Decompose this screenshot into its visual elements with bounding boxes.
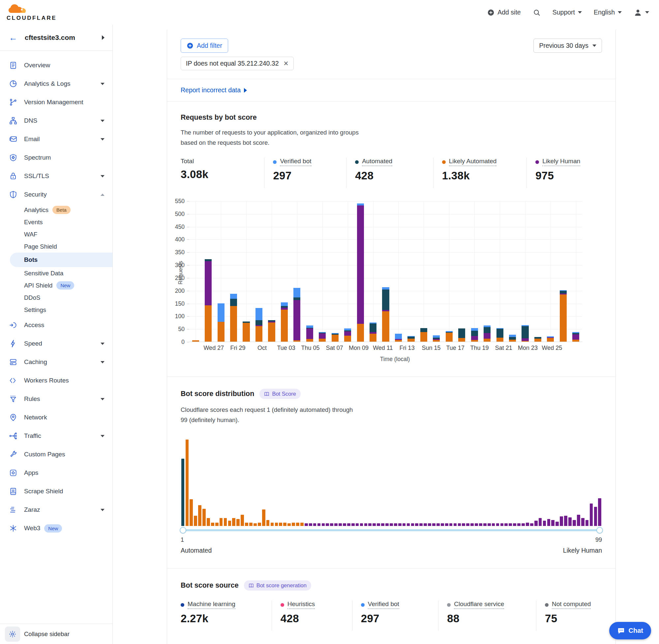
histogram-bar-score-79[interactable]: [513, 523, 516, 526]
histogram-bar-score-25[interactable]: [283, 523, 286, 526]
sidebar-subitem-waf[interactable]: WAF: [0, 228, 112, 240]
histogram-bar-score-52[interactable]: [398, 523, 402, 526]
histogram-bar-score-20[interactable]: [262, 509, 265, 526]
histogram-bar-score-75[interactable]: [496, 523, 499, 526]
slider-track[interactable]: [181, 529, 602, 531]
histogram-bar-score-32[interactable]: [313, 523, 316, 526]
histogram-bar-score-97[interactable]: [590, 504, 593, 526]
histogram-bar-score-95[interactable]: [581, 518, 585, 526]
histogram-bar-score-6[interactable]: [203, 509, 206, 526]
histogram-bar-score-9[interactable]: [215, 523, 218, 526]
sidebar-item-email[interactable]: Email: [0, 130, 112, 148]
bar-slot[interactable]: [240, 201, 253, 342]
bar-slot[interactable]: [379, 201, 392, 342]
histogram-bar-score-62[interactable]: [441, 523, 444, 526]
sidebar-item-dns[interactable]: DNS: [0, 112, 112, 130]
settings-gear-button[interactable]: [5, 626, 20, 642]
bar-slot[interactable]: [557, 201, 569, 342]
report-incorrect-data-link[interactable]: Report incorrect data: [181, 86, 241, 94]
histogram-bar-score-12[interactable]: [228, 521, 231, 526]
histogram-bar-score-64[interactable]: [449, 523, 453, 526]
histogram-bar-score-4[interactable]: [194, 516, 197, 526]
cloudflare-logo[interactable]: CLOUDFLARE: [6, 4, 57, 21]
histogram-bar-score-74[interactable]: [492, 523, 495, 526]
sidebar-subitem-events[interactable]: Events: [0, 216, 112, 228]
sidebar-item-apps[interactable]: Apps: [0, 464, 112, 482]
bar-slot[interactable]: [481, 201, 493, 342]
histogram-bar-score-39[interactable]: [343, 523, 346, 526]
histogram-bar-score-69[interactable]: [470, 523, 474, 526]
histogram-bar-score-47[interactable]: [377, 523, 380, 526]
histogram-bar-score-13[interactable]: [232, 518, 235, 526]
histogram-bar-score-50[interactable]: [390, 523, 393, 526]
bot-score-generation-badge[interactable]: Bot score generation: [244, 580, 311, 591]
histogram-bar-score-11[interactable]: [224, 518, 227, 526]
language-menu[interactable]: English: [594, 8, 622, 16]
histogram-bar-score-8[interactable]: [211, 523, 214, 526]
histogram-bar-score-10[interactable]: [219, 518, 223, 526]
histogram-bar-score-24[interactable]: [279, 523, 282, 526]
sidebar-item-custom-pages[interactable]: Custom Pages: [0, 445, 112, 464]
histogram-bar-score-42[interactable]: [356, 523, 359, 526]
histogram-bar-score-34[interactable]: [322, 523, 325, 526]
sidebar-item-network[interactable]: Network: [0, 408, 112, 427]
histogram-bar-score-93[interactable]: [573, 520, 576, 526]
histogram-bar-score-1[interactable]: [181, 459, 185, 526]
sidebar-subitem-sensitive-data[interactable]: Sensitive Data: [0, 267, 112, 279]
close-icon[interactable]: ✕: [283, 60, 289, 67]
histogram-bar-score-77[interactable]: [504, 523, 508, 526]
histogram-bar-score-92[interactable]: [568, 518, 572, 526]
site-selector[interactable]: ← cftestsite3.com: [0, 25, 112, 51]
bar-slot[interactable]: [570, 201, 582, 342]
histogram-bar-score-33[interactable]: [317, 523, 321, 526]
sidebar-subitem-bots[interactable]: Bots: [10, 253, 112, 267]
sidebar-item-scrape-shield[interactable]: Scrape Shield: [0, 482, 112, 501]
slider-handle-max[interactable]: [596, 527, 603, 533]
sidebar-item-analytics-logs[interactable]: Analytics & Logs: [0, 74, 112, 93]
bar-slot[interactable]: [532, 201, 544, 342]
sidebar-subitem-analytics[interactable]: AnalyticsBeta: [0, 204, 112, 216]
sidebar-item-workers-routes[interactable]: Workers Routes: [0, 371, 112, 390]
bot-score-badge[interactable]: Bot Score: [259, 389, 300, 399]
histogram-bar-score-76[interactable]: [500, 523, 504, 526]
bar-slot[interactable]: [253, 201, 265, 342]
histogram-bar-score-73[interactable]: [488, 523, 491, 526]
bar-slot[interactable]: [215, 201, 227, 342]
bar-slot[interactable]: [417, 201, 430, 342]
chat-button[interactable]: Chat: [609, 622, 651, 639]
sidebar-item-overview[interactable]: Overview: [0, 56, 112, 74]
histogram-bar-score-5[interactable]: [198, 505, 202, 526]
bar-slot[interactable]: [189, 201, 202, 342]
histogram-bar-score-26[interactable]: [287, 523, 291, 526]
back-arrow-icon[interactable]: ←: [9, 33, 18, 42]
bar-slot[interactable]: [341, 201, 354, 342]
filter-chip[interactable]: IP does not equal 35.212.240.32 ✕: [181, 57, 294, 70]
histogram-bar-score-29[interactable]: [300, 523, 304, 526]
histogram-bar-score-18[interactable]: [254, 523, 257, 526]
histogram-bar-score-36[interactable]: [330, 523, 333, 526]
histogram-bar-score-82[interactable]: [526, 523, 529, 526]
bar-slot[interactable]: [392, 201, 404, 342]
histogram-bar-score-27[interactable]: [292, 523, 295, 526]
bar-slot[interactable]: [278, 201, 290, 342]
histogram-bar-score-16[interactable]: [245, 523, 248, 526]
sidebar-item-zaraz[interactable]: Zaraz: [0, 501, 112, 519]
histogram-bar-score-40[interactable]: [347, 523, 350, 526]
bar-slot[interactable]: [265, 201, 278, 342]
bar-slot[interactable]: [227, 201, 240, 342]
histogram-bar-score-61[interactable]: [437, 523, 440, 526]
sidebar-item-version-management[interactable]: Version Management: [0, 93, 112, 112]
histogram-bar-score-81[interactable]: [521, 523, 525, 526]
histogram-bar-score-46[interactable]: [373, 523, 376, 526]
bar-slot[interactable]: [468, 201, 481, 342]
histogram-bar-score-78[interactable]: [509, 523, 512, 526]
histogram-bar-score-49[interactable]: [385, 523, 389, 526]
histogram-bar-score-19[interactable]: [258, 523, 261, 526]
histogram-bar-score-58[interactable]: [424, 523, 427, 526]
histogram-bar-score-2[interactable]: [186, 440, 189, 526]
histogram-bar-score-38[interactable]: [338, 523, 342, 526]
add-filter-button[interactable]: Add filter: [181, 39, 228, 53]
sidebar-item-security[interactable]: Security: [0, 185, 112, 204]
bar-slot[interactable]: [367, 201, 379, 342]
histogram-bar-score-21[interactable]: [266, 520, 270, 526]
